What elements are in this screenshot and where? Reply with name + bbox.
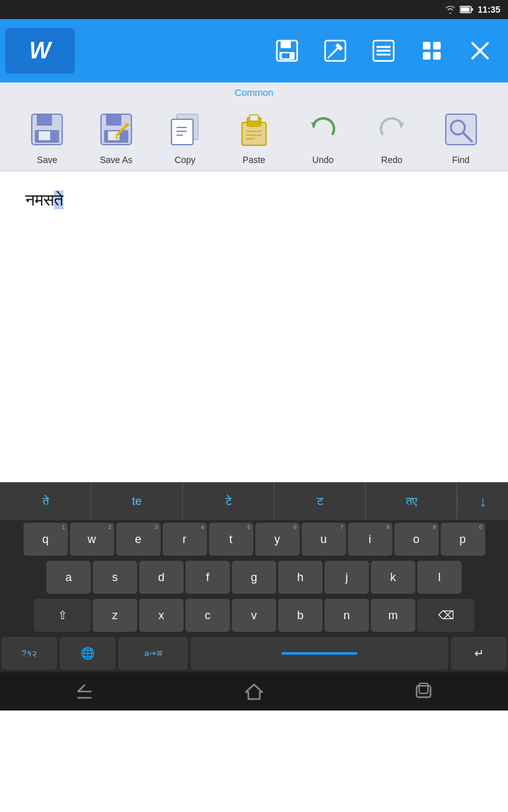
action-toolbar: Save Save As (0, 102, 508, 171)
bottom-nav (0, 672, 508, 710)
key-r[interactable]: 4r (163, 523, 207, 556)
key-y[interactable]: 6y (255, 523, 300, 556)
save-toolbar-icon (274, 38, 300, 63)
key-v[interactable]: v (232, 599, 276, 632)
key-d[interactable]: d (139, 561, 184, 594)
svg-rect-17 (433, 52, 441, 60)
key-i[interactable]: 8i (348, 523, 392, 556)
key-b[interactable]: b (278, 599, 323, 632)
list-toolbar-button[interactable] (361, 28, 406, 74)
key-f[interactable]: f (185, 561, 230, 594)
redo-action-icon-wrap (370, 108, 413, 151)
redo-action-button[interactable]: Redo (363, 108, 420, 165)
key-j[interactable]: j (324, 561, 369, 594)
paste-action-icon-wrap (232, 108, 276, 151)
svg-rect-40 (250, 115, 258, 121)
wifi-icon (444, 5, 456, 14)
paste-action-label: Paste (243, 155, 265, 165)
svg-line-9 (328, 55, 331, 58)
svg-marker-44 (311, 122, 316, 129)
find-icon (443, 111, 479, 148)
app-logo-letter: W (29, 37, 51, 64)
close-toolbar-icon (467, 38, 493, 63)
save-action-button[interactable]: Save (18, 108, 76, 165)
edit-toolbar-button[interactable] (312, 28, 358, 74)
copy-action-label: Copy (175, 155, 196, 165)
grid-toolbar-button[interactable] (409, 28, 455, 74)
key-shift[interactable]: ⇧ (34, 599, 91, 632)
text-selection: ते (54, 190, 64, 209)
key-z[interactable]: z (93, 599, 137, 632)
svg-rect-53 (419, 683, 428, 693)
key-w[interactable]: 2w (70, 523, 114, 556)
key-g[interactable]: g (232, 561, 276, 594)
undo-action-button[interactable]: Undo (295, 108, 352, 165)
home-button[interactable] (235, 679, 273, 704)
key-t[interactable]: 5t (209, 523, 253, 556)
suggestion-3[interactable]: ट (274, 483, 366, 520)
save-as-action-button[interactable]: Save As (88, 108, 145, 165)
list-toolbar-icon (371, 38, 396, 63)
keyboard-row-3: ⇧ z x c v b n m ⌫ (0, 596, 508, 634)
key-e[interactable]: 3e (116, 523, 161, 556)
svg-rect-6 (282, 53, 290, 58)
key-h[interactable]: h (278, 561, 323, 594)
suggestion-1[interactable]: te (91, 483, 183, 520)
svg-rect-16 (423, 52, 431, 60)
save-action-icon-wrap (25, 108, 69, 151)
suggestion-dismiss-button[interactable]: ↓ (457, 494, 508, 510)
save-as-icon (98, 111, 135, 148)
key-u[interactable]: 7u (302, 523, 346, 556)
keyboard-row-1: 1q 2w 3e 4r 5t 6y 7u 8i 9o 0p (0, 520, 508, 558)
svg-rect-14 (423, 42, 431, 49)
recents-button[interactable] (404, 679, 443, 704)
key-c[interactable]: c (185, 599, 230, 632)
key-symbols[interactable]: ?१२ (1, 637, 57, 670)
key-o[interactable]: 9o (394, 523, 439, 556)
document-area[interactable]: नमसते (0, 171, 508, 482)
key-k[interactable]: k (371, 561, 415, 594)
key-q[interactable]: 1q (23, 523, 68, 556)
find-action-button[interactable]: Find (432, 108, 490, 165)
redo-action-label: Redo (381, 155, 402, 165)
key-l[interactable]: l (417, 561, 462, 594)
close-toolbar-button[interactable] (457, 28, 503, 74)
svg-rect-22 (37, 114, 52, 126)
suggestion-0[interactable]: ते (0, 483, 91, 520)
undo-action-icon-wrap (302, 108, 345, 151)
common-bar: Common (0, 82, 508, 102)
suggestion-2[interactable]: टे (183, 483, 274, 520)
key-s[interactable]: s (93, 561, 137, 594)
copy-action-button[interactable]: Copy (156, 108, 213, 165)
suggestion-4[interactable]: तए (366, 483, 457, 520)
battery-icon (460, 5, 474, 14)
key-enter[interactable]: ↵ (451, 637, 507, 670)
back-button[interactable] (65, 679, 104, 704)
svg-rect-1 (461, 8, 470, 12)
keyboard-row-4: ?१२ 🌐 a⇒अ ↵ (0, 634, 508, 672)
svg-rect-15 (433, 42, 441, 49)
app-logo[interactable]: W (5, 28, 75, 74)
key-m[interactable]: m (371, 599, 415, 632)
text-before-selection: नमस (25, 190, 54, 209)
key-a[interactable]: a (46, 561, 91, 594)
undo-action-label: Undo (312, 155, 333, 165)
key-n[interactable]: n (324, 599, 369, 632)
save-as-action-icon-wrap (95, 108, 138, 151)
key-globe[interactable]: 🌐 (60, 637, 116, 670)
top-toolbar: W (0, 19, 508, 82)
paste-action-button[interactable]: Paste (225, 108, 283, 165)
svg-marker-45 (399, 122, 404, 129)
save-action-label: Save (37, 155, 57, 165)
key-x[interactable]: x (139, 599, 184, 632)
status-icons: 11:35 (444, 4, 500, 15)
key-p[interactable]: 0p (441, 523, 485, 556)
key-space[interactable] (190, 637, 448, 670)
common-label: Common (235, 87, 274, 98)
svg-rect-4 (281, 41, 291, 48)
key-transliterate[interactable]: a⇒अ (118, 637, 188, 670)
back-icon (75, 682, 94, 701)
save-toolbar-button[interactable] (264, 28, 310, 74)
svg-rect-24 (39, 131, 50, 140)
key-backspace[interactable]: ⌫ (417, 599, 474, 632)
